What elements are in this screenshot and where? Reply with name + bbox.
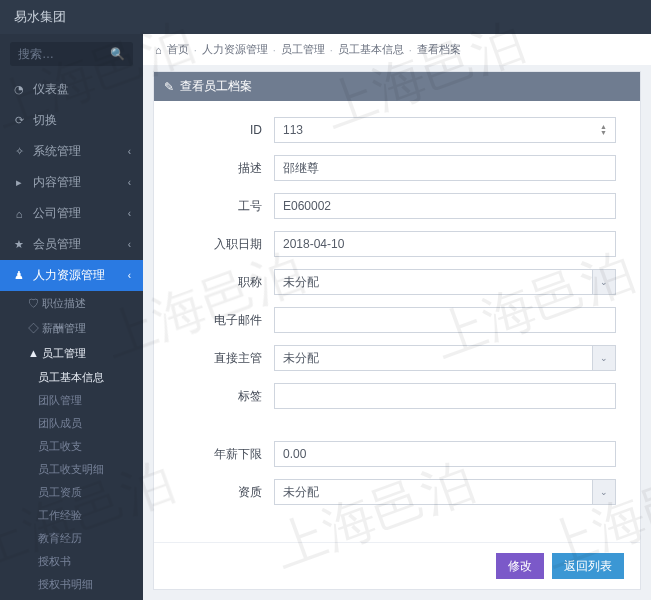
member-icon: ★ (12, 238, 26, 251)
label-hiredate: 入职日期 (178, 236, 274, 253)
panel: ✎ 查看员工档案 ID 113 ▲▼ 描述 邵继尊 (153, 71, 641, 590)
chevron-down-icon[interactable]: ⌄ (592, 269, 616, 295)
subnav-employee[interactable]: ▲ 员工管理 (0, 341, 143, 366)
nav-label: 公司管理 (33, 205, 81, 222)
breadcrumb-sep: · (330, 44, 333, 56)
chevron-left-icon: ‹ (128, 270, 131, 281)
search-icon: 🔍 (110, 47, 125, 61)
content-icon: ▸ (12, 176, 26, 189)
switch-icon: ⟳ (12, 114, 26, 127)
input-desc[interactable]: 邵继尊 (274, 155, 616, 181)
input-email[interactable] (274, 307, 616, 333)
subnav-label: 薪酬管理 (42, 322, 86, 334)
subsub-education[interactable]: 教育经历 (0, 527, 143, 550)
label-tag: 标签 (178, 388, 274, 405)
subnav-position-desc[interactable]: ♡ 职位描述 (0, 291, 143, 316)
subsub-emp-finance-detail[interactable]: 员工收支明细 (0, 458, 143, 481)
breadcrumb: ⌂ 首页 · 人力资源管理 · 员工管理 · 员工基本信息 · 查看档案 (143, 34, 651, 65)
subsub-team-members[interactable]: 团队成员 (0, 412, 143, 435)
breadcrumb-item: 查看档案 (417, 42, 461, 57)
select-qual-value: 未分配 (283, 484, 319, 501)
search-placeholder: 搜索… (18, 46, 54, 63)
search-input[interactable]: 搜索… 🔍 (10, 42, 133, 66)
input-hiredate[interactable]: 2018-04-10 (274, 231, 616, 257)
label-empno: 工号 (178, 198, 274, 215)
subsub-auth[interactable]: 授权书 (0, 550, 143, 573)
diamond-icon: ◇ (28, 322, 39, 334)
nav-hr[interactable]: ♟ 人力资源管理 ‹ (0, 260, 143, 291)
input-hiredate-value: 2018-04-10 (283, 237, 344, 251)
input-salary[interactable]: 0.00 (274, 441, 616, 467)
number-spinner[interactable]: ▲▼ (600, 124, 607, 136)
chevron-left-icon: ‹ (128, 146, 131, 157)
select-qual[interactable]: 未分配 (274, 479, 593, 505)
sidebar: 搜索… 🔍 ◔ 仪表盘 ⟳ 切换 ✧ 系统管理 ‹ ▸ 内容管理 ‹ ⌂ 公司管… (0, 34, 143, 600)
back-button[interactable]: 返回列表 (552, 553, 624, 579)
topbar: 易水集团 (0, 0, 651, 34)
subsub-emp-finance[interactable]: 员工收支 (0, 435, 143, 458)
subsub-post-cert[interactable]: 岗位证书 (0, 596, 143, 600)
chevron-down-icon[interactable]: ⌄ (592, 345, 616, 371)
dashboard-icon: ◔ (12, 83, 26, 96)
nav-company[interactable]: ⌂ 公司管理 ‹ (0, 198, 143, 229)
label-id: ID (178, 123, 274, 137)
input-tag[interactable] (274, 383, 616, 409)
brand-title: 易水集团 (14, 8, 66, 26)
label-salary: 年薪下限 (178, 446, 274, 463)
subnav-salary[interactable]: ◇ 薪酬管理 (0, 316, 143, 341)
subsub-emp-qual[interactable]: 员工资质 (0, 481, 143, 504)
subsub-auth-detail[interactable]: 授权书明细 (0, 573, 143, 596)
breadcrumb-item[interactable]: 员工基本信息 (338, 42, 404, 57)
modify-button[interactable]: 修改 (496, 553, 544, 579)
chevron-left-icon: ‹ (128, 177, 131, 188)
main-content: ⌂ 首页 · 人力资源管理 · 员工管理 · 员工基本信息 · 查看档案 ✎ 查… (143, 34, 651, 600)
breadcrumb-item[interactable]: 人力资源管理 (202, 42, 268, 57)
input-empno[interactable]: E060002 (274, 193, 616, 219)
subsub-work-exp[interactable]: 工作经验 (0, 504, 143, 527)
input-id[interactable]: 113 ▲▼ (274, 117, 616, 143)
nav-label: 会员管理 (33, 236, 81, 253)
label-qual: 资质 (178, 484, 274, 501)
nav-label: 仪表盘 (33, 81, 69, 98)
subnav-label: 员工管理 (42, 347, 86, 359)
subsub-emp-basic[interactable]: 员工基本信息 (0, 366, 143, 389)
input-id-value: 113 (283, 123, 303, 137)
input-empno-value: E060002 (283, 199, 331, 213)
breadcrumb-item[interactable]: 员工管理 (281, 42, 325, 57)
input-desc-value: 邵继尊 (283, 160, 319, 177)
nav-content[interactable]: ▸ 内容管理 ‹ (0, 167, 143, 198)
label-email: 电子邮件 (178, 312, 274, 329)
breadcrumb-item[interactable]: 首页 (167, 42, 189, 57)
hr-icon: ♟ (12, 269, 26, 282)
nav-label: 人力资源管理 (33, 267, 105, 284)
subsub-team-mgmt[interactable]: 团队管理 (0, 389, 143, 412)
chevron-down-icon[interactable]: ⌄ (592, 479, 616, 505)
gear-icon: ✧ (12, 145, 26, 158)
nav-switch[interactable]: ⟳ 切换 (0, 105, 143, 136)
select-manager-value: 未分配 (283, 350, 319, 367)
nav-label: 系统管理 (33, 143, 81, 160)
nav-dashboard[interactable]: ◔ 仪表盘 (0, 74, 143, 105)
edit-icon: ✎ (164, 80, 174, 94)
breadcrumb-sep: · (194, 44, 197, 56)
input-salary-value: 0.00 (283, 447, 306, 461)
breadcrumb-sep: · (273, 44, 276, 56)
breadcrumb-sep: · (409, 44, 412, 56)
nav-member[interactable]: ★ 会员管理 ‹ (0, 229, 143, 260)
nav-label: 内容管理 (33, 174, 81, 191)
select-title-value: 未分配 (283, 274, 319, 291)
panel-header: ✎ 查看员工档案 (154, 72, 640, 101)
select-manager[interactable]: 未分配 (274, 345, 593, 371)
subnav-label: 职位描述 (42, 297, 86, 309)
label-manager: 直接主管 (178, 350, 274, 367)
panel-footer: 修改 返回列表 (154, 542, 640, 589)
nav-system[interactable]: ✧ 系统管理 ‹ (0, 136, 143, 167)
company-icon: ⌂ (12, 208, 26, 220)
select-title[interactable]: 未分配 (274, 269, 593, 295)
chevron-left-icon: ‹ (128, 239, 131, 250)
panel-title: 查看员工档案 (180, 78, 252, 95)
label-desc: 描述 (178, 160, 274, 177)
user-icon: ▲ (28, 347, 39, 359)
heart-icon: ♡ (28, 297, 39, 309)
label-title: 职称 (178, 274, 274, 291)
